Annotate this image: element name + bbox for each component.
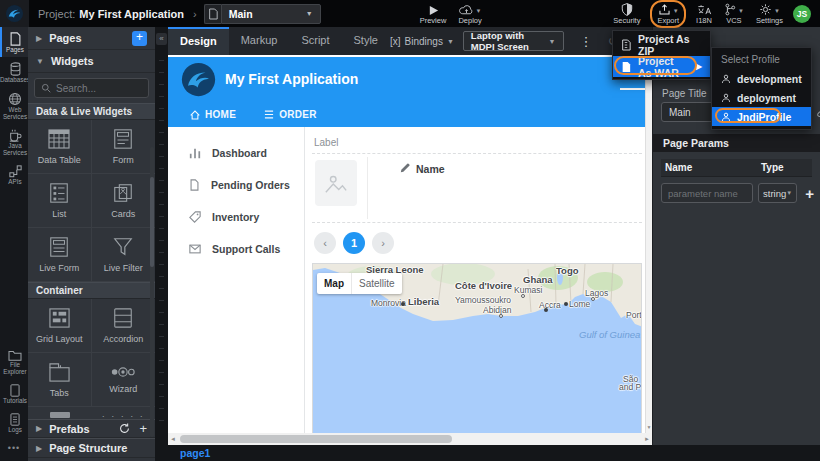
widget-live-form[interactable]: Live Form: [28, 228, 92, 282]
profile-item-deployment[interactable]: deployment: [712, 88, 811, 107]
preview-button[interactable]: Preview: [420, 3, 447, 25]
widget-live-filter[interactable]: Live Filter: [92, 228, 156, 282]
add-param-button[interactable]: +: [805, 185, 814, 202]
widget-form[interactable]: Form: [92, 120, 156, 174]
pagination-prev[interactable]: ‹: [314, 232, 336, 254]
widget-data-table[interactable]: Data Table: [28, 120, 92, 174]
sidebar-item-java-services[interactable]: Java Services: [0, 124, 28, 160]
sidebar-item-tutorials[interactable]: Tutorials: [0, 379, 28, 408]
menu-item-inventory[interactable]: Inventory: [168, 201, 304, 233]
widget-search[interactable]: [34, 78, 149, 98]
wavemaker-studio: Project: My First Application › Main ▼ P…: [0, 0, 820, 461]
page-selector-value: Main: [229, 8, 253, 20]
menu-item-project-as-war[interactable]: Project As WAR ▶: [613, 56, 710, 77]
tab-style[interactable]: Style: [342, 27, 390, 55]
user-avatar[interactable]: JS: [793, 5, 811, 23]
scroll-right-icon[interactable]: ►: [642, 436, 652, 442]
canvas-toolbar: Design Markup Script Style [x] Bindings …: [168, 27, 652, 55]
sidebar-item-databases[interactable]: Databases: [0, 57, 28, 87]
scroll-left-icon[interactable]: ◄: [168, 436, 178, 442]
map-label: Lome: [569, 299, 590, 309]
deploy-button[interactable]: ▼ Deploy: [458, 3, 481, 25]
more-actions-icon[interactable]: ⋮: [580, 34, 593, 49]
left-panel: ▶ Pages + ▼ Widgets Data & Live Widgets …: [28, 27, 155, 461]
map-marker: [564, 302, 568, 306]
profile-item-development[interactable]: development: [712, 69, 811, 88]
refresh-icon[interactable]: [119, 423, 130, 434]
map-label: Lagos: [585, 288, 608, 298]
menu-item-pending-orders[interactable]: Pending Orders: [168, 169, 304, 201]
page-params-table: Name Type string ▼ +: [653, 152, 820, 203]
envelope-icon: [189, 244, 201, 254]
widget-cards[interactable]: Cards: [92, 174, 156, 228]
map-marker: [401, 302, 405, 306]
clipped-widget-row: · · · · ·: [28, 407, 155, 419]
vcs-button[interactable]: ▼ VCS: [724, 3, 744, 25]
param-name-input[interactable]: [661, 183, 753, 203]
pages-section-header[interactable]: ▶ Pages +: [28, 27, 155, 50]
shield-icon: [621, 3, 633, 16]
more-options-icon[interactable]: •••: [0, 437, 28, 461]
profile-item-jndiprofile[interactable]: JndiProfile: [712, 107, 811, 126]
security-button[interactable]: Security: [613, 3, 640, 25]
list-item-card[interactable]: Name: [312, 153, 642, 223]
canvas-vertical-scrollbar[interactable]: ▼: [645, 55, 652, 433]
widget-list[interactable]: List: [28, 174, 92, 228]
nav-item-home[interactable]: HOME: [190, 109, 236, 120]
widgets-section-header[interactable]: ▼ Widgets: [28, 50, 155, 73]
branch-icon: [724, 3, 736, 16]
scrollbar-thumb[interactable]: [180, 435, 452, 443]
widget-search-input[interactable]: [56, 83, 146, 94]
sidebar-item-web-services[interactable]: Web Services: [0, 87, 28, 124]
app-logo-icon: [181, 62, 216, 97]
gear-icon: [759, 3, 772, 16]
page-selector[interactable]: Main ▼: [204, 4, 321, 24]
satellite-button[interactable]: Satellite: [351, 273, 402, 294]
i18n-button[interactable]: I18N: [696, 3, 712, 25]
google-map[interactable]: Map Satellite Sierra Leone Monrovia Libe…: [312, 263, 642, 433]
param-type-select[interactable]: string ▼: [758, 183, 797, 203]
nav-item-order[interactable]: ORDER: [264, 109, 317, 120]
collapse-panel-icon[interactable]: «: [156, 33, 167, 45]
label-widget[interactable]: Label: [314, 137, 642, 148]
wavemaker-logo-icon[interactable]: [0, 0, 29, 27]
panel-scrollbar-thumb[interactable]: [150, 177, 154, 267]
wizard-icon: [110, 365, 136, 379]
canvas-horizontal-scrollbar[interactable]: ◄ ►: [168, 433, 652, 445]
accordion-icon: [112, 307, 134, 329]
map-button[interactable]: Map: [317, 273, 351, 294]
name-field[interactable]: Name: [416, 163, 445, 175]
widget-wizard[interactable]: Wizard: [92, 353, 156, 407]
tab-script[interactable]: Script: [289, 27, 341, 55]
widget-grid-layout[interactable]: Grid Layout: [28, 299, 92, 353]
globe-icon: [8, 92, 22, 106]
bindings-button[interactable]: [x] Bindings ▼: [390, 36, 454, 47]
map-label: Liberia: [408, 296, 439, 307]
pagination-page-1[interactable]: 1: [343, 232, 365, 254]
add-page-button[interactable]: +: [132, 31, 147, 46]
group-header-container: Container: [28, 282, 155, 299]
menu-item-dashboard[interactable]: Dashboard: [168, 137, 304, 169]
tab-design[interactable]: Design: [168, 27, 229, 55]
menu-item-support-calls[interactable]: Support Calls: [168, 233, 304, 265]
sidebar-item-pages[interactable]: Pages: [0, 27, 28, 57]
export-button[interactable]: ▼ Export: [657, 3, 679, 25]
sidebar-item-logs[interactable]: Logs: [0, 408, 28, 437]
status-page-tab[interactable]: page1: [180, 447, 210, 459]
widget-tabs[interactable]: Tabs: [28, 353, 92, 407]
device-selector[interactable]: Laptop with MDPI Screen ▼: [463, 31, 564, 51]
add-prefab-button[interactable]: +: [139, 423, 147, 434]
pagination-next[interactable]: ›: [372, 232, 394, 254]
settings-button[interactable]: ▼ Settings: [756, 3, 783, 25]
prefabs-section-header[interactable]: ▶ Prefabs +: [28, 419, 155, 438]
page-structure-section-header[interactable]: ▶ Page Structure: [28, 438, 155, 458]
sidebar-item-file-explorer[interactable]: File Explorer: [0, 344, 28, 379]
menu-item-project-as-zip[interactable]: Project As ZIP: [613, 33, 710, 56]
widget-tiles: Data Table Form List Cards Live Form Liv…: [28, 120, 155, 282]
sidebar-item-apis[interactable]: APIs: [0, 160, 28, 189]
app-search-underline: [620, 88, 645, 90]
widget-accordion[interactable]: Accordion: [92, 299, 156, 353]
chevron-right-icon: ▶: [36, 444, 42, 453]
tab-markup[interactable]: Markup: [229, 27, 290, 55]
bind-link-icon[interactable]: [815, 106, 820, 119]
